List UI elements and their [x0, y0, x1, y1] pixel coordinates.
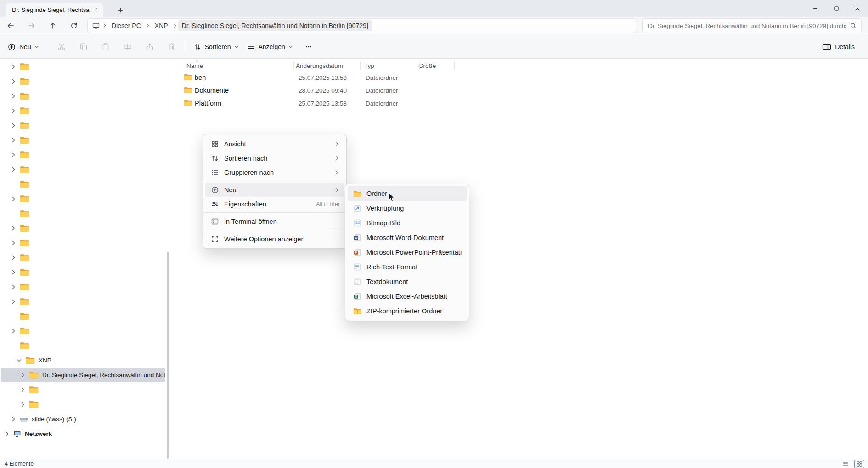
breadcrumb-current-folder[interactable]: Dr. Sieglinde Siegel, Rechtsanwältin und… — [178, 20, 372, 31]
sidebar-item-xnp[interactable]: XNP — [1, 353, 165, 368]
sidebar-folder-item[interactable] — [1, 177, 165, 191]
file-row-plattform[interactable]: Plattform 25.07.2025 13:58 Dateiordner — [172, 97, 868, 110]
chevron-right-icon[interactable] — [19, 372, 26, 379]
delete-button[interactable] — [163, 39, 180, 55]
column-divider[interactable] — [419, 61, 420, 70]
sidebar-item-selected-folder[interactable]: Dr. Sieglinde Siegel, Rechtsanwältin und… — [1, 368, 165, 382]
chevron-right-icon[interactable] — [10, 225, 17, 232]
chevron-right-icon[interactable] — [19, 386, 26, 393]
copy-button[interactable] — [75, 39, 92, 55]
context-menu-item-sortieren-nach[interactable]: Sortieren nach — [205, 151, 344, 165]
chevron-right-icon[interactable] — [10, 254, 17, 261]
forward-button[interactable] — [23, 18, 40, 33]
sidebar-folder-item[interactable] — [1, 382, 165, 397]
sidebar-folder-item[interactable] — [1, 309, 165, 323]
up-button[interactable] — [44, 18, 62, 33]
chevron-right-icon[interactable] — [10, 122, 17, 129]
submenu-item-powerpoint-praesentation[interactable]: Microsoft PowerPoint-Präsentation — [348, 245, 467, 260]
chevron-right-icon[interactable] — [10, 78, 17, 85]
sidebar-folder-item[interactable] — [1, 265, 165, 279]
chevron-right-icon[interactable] — [10, 284, 17, 290]
context-menu-item-eigenschaften[interactable]: Eigenschaften Alt+Enter — [205, 197, 344, 211]
column-header-type[interactable]: Typ — [364, 62, 374, 69]
sidebar-folder-item[interactable] — [1, 250, 165, 265]
sidebar-folder-item[interactable] — [1, 162, 165, 177]
column-header-name[interactable]: Name — [186, 62, 203, 69]
submenu-item-rich-text-format[interactable]: Rich-Text-Format — [348, 260, 467, 274]
column-header-date[interactable]: Änderungsdatum — [296, 62, 343, 69]
chevron-right-icon[interactable] — [10, 240, 17, 246]
chevron-right-icon[interactable] — [10, 195, 17, 202]
sidebar-item-network-drive[interactable]: slide (\\wss) (S:) — [1, 412, 165, 426]
breadcrumb-xnp[interactable]: XNP — [151, 20, 172, 31]
column-header-size[interactable]: Größe — [418, 62, 436, 69]
sidebar-folder-item[interactable] — [1, 191, 165, 206]
minimize-button[interactable] — [805, 0, 826, 17]
column-divider[interactable] — [454, 61, 455, 70]
chevron-right-icon[interactable] — [10, 328, 17, 334]
sidebar-folder-item[interactable] — [1, 323, 165, 338]
view-button[interactable]: Anzeigen — [243, 39, 298, 55]
tab-close-button[interactable] — [90, 5, 100, 15]
submenu-item-ordner[interactable]: Ordner — [348, 186, 467, 201]
sidebar-item-network[interactable]: Netzwerk — [1, 426, 165, 441]
sidebar-scrollbar[interactable] — [167, 252, 169, 459]
chevron-right-icon[interactable] — [10, 137, 17, 144]
chevron-right-icon[interactable] — [10, 269, 17, 276]
context-menu-item-weitere-optionen[interactable]: Weitere Optionen anzeigen — [205, 232, 344, 246]
search-input[interactable] — [648, 22, 846, 29]
context-menu-item-neu[interactable]: Neu — [205, 183, 344, 197]
sidebar-folder-item[interactable] — [1, 294, 165, 309]
chevron-right-icon[interactable] — [10, 416, 17, 423]
sort-button[interactable]: Sortieren — [190, 39, 243, 55]
breadcrumb-dieser-pc[interactable]: Dieser PC — [108, 20, 145, 31]
chevron-right-icon[interactable] — [10, 63, 17, 70]
refresh-button[interactable] — [65, 18, 83, 33]
sidebar-folder-item[interactable] — [1, 279, 165, 294]
file-row-dokumente[interactable]: Dokumente 28.07.2025 09:40 Dateiordner — [172, 84, 868, 97]
sidebar-folder-item[interactable] — [1, 221, 165, 235]
column-divider[interactable] — [360, 61, 361, 70]
submenu-item-zip-ordner[interactable]: ZIP-komprimierter Ordner — [348, 304, 467, 318]
submenu-item-textdokument[interactable]: Textdokument — [348, 274, 467, 289]
thumbnail-view-button[interactable] — [854, 460, 864, 468]
new-tab-button[interactable] — [115, 5, 126, 16]
sidebar-folder-item[interactable] — [1, 338, 165, 353]
sidebar-folder-item[interactable] — [1, 206, 165, 221]
sidebar-folder-item[interactable] — [1, 118, 165, 133]
sidebar-folder-item[interactable] — [1, 397, 165, 412]
sidebar-folder-item[interactable] — [1, 133, 165, 147]
file-row-ben[interactable]: ben 25.07.2025 13:58 Dateiordner — [172, 72, 868, 84]
chevron-right-icon[interactable] — [4, 430, 11, 437]
chevron-right-icon[interactable] — [10, 107, 17, 114]
sidebar-folder-item[interactable] — [1, 59, 165, 74]
more-options-button[interactable] — [300, 39, 317, 55]
sidebar-folder-item[interactable] — [1, 103, 165, 118]
chevron-right-icon[interactable] — [10, 298, 17, 305]
chevron-right-icon[interactable] — [19, 401, 26, 408]
chevron-right-icon[interactable] — [10, 93, 17, 100]
cut-button[interactable] — [53, 39, 70, 55]
close-button[interactable] — [847, 0, 868, 17]
maximize-button[interactable] — [826, 0, 847, 17]
context-menu-item-gruppieren-nach[interactable]: Gruppieren nach — [205, 165, 344, 179]
details-view-button[interactable] — [840, 460, 851, 468]
submenu-item-excel-arbeitsblatt[interactable]: Microsoft Excel-Arbeitsblatt — [348, 289, 467, 304]
submenu-item-word-dokument[interactable]: Microsoft Word-Dokument — [348, 230, 467, 245]
sidebar-folder-item[interactable] — [1, 147, 165, 162]
share-button[interactable] — [141, 39, 158, 55]
paste-button[interactable] — [97, 39, 114, 55]
explorer-tab[interactable]: Dr. Sieglinde Siegel, Rechtsan — [6, 3, 103, 17]
submenu-item-verknuepfung[interactable]: Verknüpfung — [348, 201, 467, 216]
details-pane-button[interactable]: Details — [818, 39, 862, 55]
sidebar-folder-item[interactable] — [1, 74, 165, 89]
sidebar-folder-item[interactable] — [1, 235, 165, 250]
new-button[interactable]: Neu — [4, 39, 44, 55]
context-menu-item-in-terminal-oeffnen[interactable]: In Terminal öffnen — [205, 214, 344, 228]
back-button[interactable] — [2, 18, 19, 33]
address-bar[interactable]: Dieser PC XNP Dr. Sieglinde Siegel, Rech… — [87, 18, 636, 33]
chevron-right-icon[interactable] — [10, 166, 17, 173]
submenu-item-bitmap-bild[interactable]: Bitmap-Bild — [348, 216, 467, 230]
column-divider[interactable] — [293, 61, 294, 70]
rename-button[interactable] — [119, 39, 136, 55]
